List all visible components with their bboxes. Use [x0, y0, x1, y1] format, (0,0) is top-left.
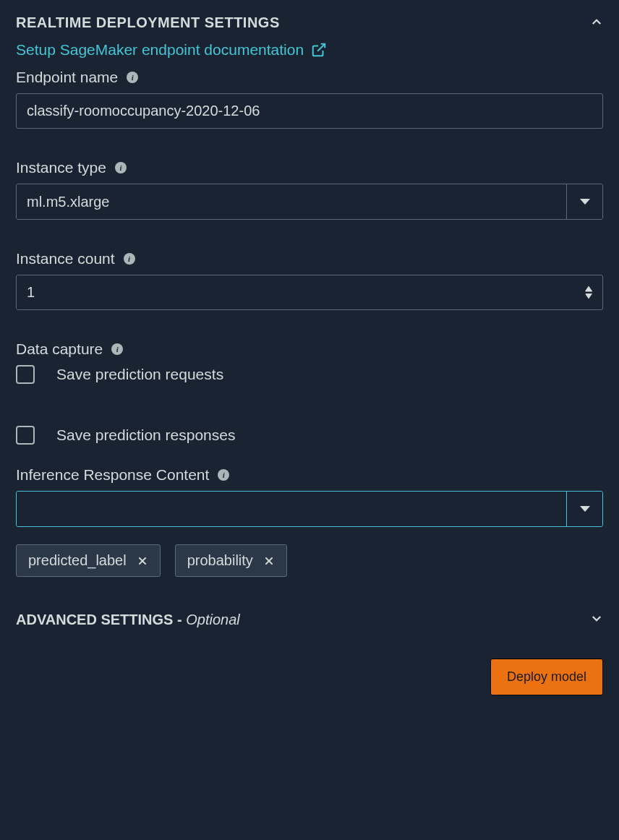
section-title: REALTIME DEPLOYMENT SETTINGS	[16, 14, 280, 31]
save-requests-row: Save prediction requests	[16, 365, 603, 384]
instance-type-label: Instance type	[16, 159, 106, 176]
spinner-up-icon[interactable]	[585, 286, 593, 292]
save-requests-label: Save prediction requests	[56, 366, 223, 383]
chevron-up-icon[interactable]	[590, 15, 603, 31]
chip-probability: probability	[175, 544, 287, 577]
chip-predicted-label: predicted_label	[16, 544, 161, 577]
save-responses-checkbox[interactable]	[16, 426, 35, 445]
endpoint-name-label: Endpoint name	[16, 69, 118, 86]
documentation-link-text: Setup SageMaker endpoint documentation	[16, 41, 304, 59]
documentation-link[interactable]: Setup SageMaker endpoint documentation	[16, 41, 327, 59]
deploy-row: Deploy model	[16, 659, 603, 695]
dropdown-caret-icon[interactable]	[566, 184, 602, 219]
instance-count-label: Instance count	[16, 250, 115, 267]
endpoint-name-field-group: Endpoint name i	[16, 69, 603, 129]
instance-count-input[interactable]	[17, 275, 581, 309]
dropdown-caret-icon[interactable]	[566, 492, 602, 526]
instance-type-value: ml.m5.xlarge	[17, 184, 566, 219]
inference-chips-row: predicted_label probability	[16, 544, 603, 577]
chevron-down-icon[interactable]	[590, 612, 603, 628]
realtime-settings-header[interactable]: REALTIME DEPLOYMENT SETTINGS	[16, 14, 603, 31]
save-responses-row: Save prediction responses	[16, 426, 603, 445]
advanced-settings-header[interactable]: ADVANCED SETTINGS - Optional	[16, 612, 603, 628]
advanced-settings-title: ADVANCED SETTINGS - Optional	[16, 612, 240, 628]
chip-label: probability	[187, 552, 253, 569]
save-requests-checkbox[interactable]	[16, 365, 35, 384]
instance-type-field-group: Instance type i ml.m5.xlarge	[16, 159, 603, 220]
number-spinner[interactable]	[581, 286, 597, 299]
save-responses-label: Save prediction responses	[56, 427, 235, 444]
instance-type-select[interactable]: ml.m5.xlarge	[16, 184, 603, 220]
spinner-down-icon[interactable]	[585, 293, 593, 299]
info-icon[interactable]: i	[111, 343, 123, 355]
external-link-icon	[311, 42, 327, 58]
inference-response-select[interactable]	[16, 491, 603, 527]
endpoint-name-input[interactable]	[16, 93, 603, 129]
instance-count-field-group: Instance count i	[16, 250, 603, 310]
info-icon[interactable]: i	[124, 253, 135, 265]
inference-response-field-group: Inference Response Content i predicted_l…	[16, 466, 603, 577]
inference-response-label: Inference Response Content	[16, 466, 209, 484]
instance-count-input-wrapper	[16, 275, 603, 310]
data-capture-field-group: Data capture i Save prediction requests …	[16, 340, 603, 445]
deploy-model-button[interactable]: Deploy model	[490, 659, 603, 695]
svg-line-0	[317, 44, 325, 51]
info-icon[interactable]: i	[115, 162, 127, 173]
data-capture-label: Data capture	[16, 340, 103, 358]
info-icon[interactable]: i	[218, 469, 229, 481]
inference-response-value	[17, 492, 566, 526]
close-icon[interactable]	[137, 555, 148, 567]
close-icon[interactable]	[263, 555, 275, 567]
info-icon[interactable]: i	[127, 72, 138, 83]
chip-label: predicted_label	[28, 552, 127, 569]
